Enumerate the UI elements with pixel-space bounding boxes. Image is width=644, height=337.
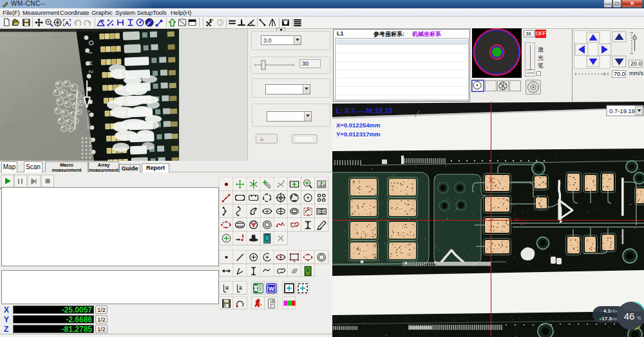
svg-text:A: A [65,20,70,26]
svg-text:46: 46 [624,311,635,322]
svg-text:↑ 4.1KB/s: ↑ 4.1KB/s [600,308,618,314]
svg-text:W: W [269,285,274,292]
svg-text:0.7-19.19: 0.7-19.19 [609,107,635,114]
svg-text:H: H [87,61,93,66]
svg-text:%: % [637,316,641,320]
svg-text:O: O [88,41,95,46]
svg-text:Y=0.012317mm: Y=0.012317mm [336,131,380,138]
svg-text:L: 0.7-----M:19.19: L: 0.7-----M:19.19 [336,107,392,114]
svg-text:I: I [87,52,93,54]
svg-text:●17.3KB/s: ●17.3KB/s [599,316,619,322]
svg-text:X=0.012254mm: X=0.012254mm [336,122,380,129]
svg-text:2: 2 [88,70,94,73]
